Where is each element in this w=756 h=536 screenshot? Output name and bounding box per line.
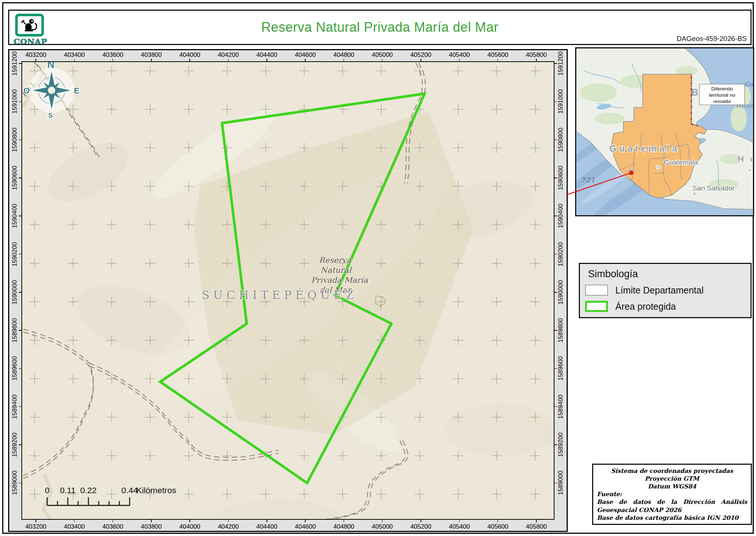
map-drawing: Río L Reserva Natural Privada María del … <box>22 62 554 519</box>
x-axis-bottom: 4032004034004036004038004040004042004044… <box>21 520 554 531</box>
axis-label: 403200 <box>23 51 49 59</box>
axis-label: 1590200 <box>557 241 564 267</box>
svg-text:resuelto: resuelto <box>713 99 731 104</box>
territorial-note-box: Diferendo territorial no resuelto <box>700 84 745 105</box>
axis-label: 404000 <box>177 51 203 59</box>
capital-city-label: Guatemala <box>664 158 698 166</box>
axis-label: 1590400 <box>557 203 564 229</box>
san-salvador-label: San Salvador <box>693 184 735 192</box>
axis-label: 1590000 <box>11 279 18 305</box>
fuente-label: Fuente: <box>597 490 747 498</box>
document-code: DAGeos-459-2026-BS <box>677 35 747 43</box>
axis-label: 1589000 <box>11 470 18 496</box>
axis-label: 1590400 <box>11 203 18 229</box>
compass-south-label: S <box>48 112 53 120</box>
axis-label: 1589800 <box>557 317 564 343</box>
axis-label: 1590600 <box>557 165 564 191</box>
belize-label-fragment: B <box>691 87 698 98</box>
projection-line: Proyección GTM <box>597 475 747 482</box>
datum-line: Datum WGS84 <box>597 482 747 490</box>
map-document-page: CONAP Reserva Natural Privada María del … <box>0 0 756 536</box>
svg-text:0.22: 0.22 <box>80 485 97 495</box>
scale-bar: 0 0.11 0.22 0.44 Kilómetros <box>45 485 176 505</box>
conap-logo-text: CONAP <box>14 37 45 46</box>
axis-label: 1589000 <box>557 470 564 496</box>
axis-label: 404600 <box>292 51 318 59</box>
main-map-frame: 1591200159100015908001590600159040015902… <box>8 49 568 532</box>
axis-label: 1591000 <box>557 89 564 114</box>
svg-text:Diferendo: Diferendo <box>711 86 733 92</box>
legend-item-label: Límite Departamental <box>615 285 704 296</box>
axis-label: 404400 <box>254 523 280 530</box>
axis-label: 405600 <box>485 51 511 59</box>
axis-label: 404400 <box>254 51 280 59</box>
map-canvas: Río L Reserva Natural Privada María del … <box>21 61 554 520</box>
axis-label: 403800 <box>138 51 164 59</box>
san-salvador-dot <box>693 192 696 196</box>
compass-north-label: N <box>47 62 54 70</box>
axis-label: 404000 <box>177 523 203 530</box>
legend-box: Simbología Límite Departamental Área pro… <box>579 263 752 318</box>
axis-label: 1590800 <box>557 127 564 153</box>
compass-west-label: O <box>23 86 30 95</box>
axis-label: 403400 <box>61 51 87 59</box>
axis-label: 1589200 <box>557 432 564 458</box>
protected-area-swatch <box>585 301 608 312</box>
axis-label: 1590000 <box>557 279 564 305</box>
departmental-boundary-swatch <box>585 285 608 296</box>
axis-label: 1590600 <box>11 165 18 191</box>
axis-label: 403600 <box>100 51 126 59</box>
gulf-label: Gu <box>745 81 753 87</box>
y-axis-left: 1591200159100015908001590600159040015902… <box>9 50 21 531</box>
axis-label: 1589600 <box>11 355 18 381</box>
axis-label: 1591000 <box>11 89 18 114</box>
legend-item-departmental: Límite Departamental <box>585 285 704 296</box>
axis-label: 404600 <box>292 523 318 530</box>
legend-title: Simbología <box>588 268 638 280</box>
axis-label: 404800 <box>331 523 357 530</box>
axis-label: 1590200 <box>11 241 18 267</box>
svg-text:Reserva: Reserva <box>319 255 351 265</box>
legend-item-label: Área protegida <box>615 301 676 312</box>
legend-item-protected: Área protegida <box>585 301 676 312</box>
axis-label: 405600 <box>485 523 511 530</box>
axis-label: 405400 <box>446 523 472 530</box>
axis-label: 1589400 <box>11 394 18 420</box>
x-axis-top: 4032004034004036004038004040004042004044… <box>21 50 554 61</box>
svg-text:0: 0 <box>45 485 49 495</box>
svg-text:0.11: 0.11 <box>60 485 76 495</box>
axis-label: 1589200 <box>11 432 18 458</box>
axis-label: 405000 <box>370 51 395 59</box>
inset-drawing: B Gu Hond Guatemala Guatemala San Salvad… <box>576 48 753 215</box>
department-label: SUCHITEPÉQUEZ <box>202 288 357 302</box>
axis-label: 1590800 <box>11 127 18 153</box>
axis-label: 403400 <box>61 523 87 530</box>
axis-label: 405800 <box>523 51 549 59</box>
svg-text:Natural: Natural <box>320 265 352 275</box>
axis-label: 403800 <box>138 523 164 530</box>
axis-label: 405800 <box>523 523 549 530</box>
source-line-1: Base de datos de la Dirección Análisis G… <box>597 498 747 513</box>
capital-city-dot <box>656 165 660 169</box>
axis-label: 404800 <box>331 51 357 59</box>
svg-text:Kilómetros: Kilómetros <box>136 485 176 495</box>
axis-label: 1591200 <box>11 51 18 76</box>
axis-label: 1589800 <box>11 317 18 343</box>
axis-label: 1591200 <box>557 51 564 76</box>
svg-text:0.44: 0.44 <box>121 485 138 495</box>
header-bar: CONAP Reserva Natural Privada María del … <box>8 10 752 45</box>
depth-label: 721 <box>581 176 596 183</box>
axis-label: 405200 <box>408 523 434 530</box>
page-title: Reserva Natural Privada María del Mar <box>9 20 750 35</box>
city-dot-east <box>748 169 752 172</box>
axis-label: 404200 <box>216 523 241 530</box>
axis-label: 403200 <box>23 523 49 530</box>
honduras-label-fragment: H o <box>738 154 753 164</box>
axis-label: 405400 <box>446 51 472 59</box>
compass-east-label: E <box>74 86 79 95</box>
crs-line: Sistema de coordenadas proyectadas <box>597 467 747 475</box>
svg-text:Privada María: Privada María <box>311 275 368 285</box>
y-axis-right: 1591200159100015908001590600159040015902… <box>554 50 567 531</box>
svg-text:territorial no: territorial no <box>709 92 735 98</box>
source-line-2: Base de datos cartografía básica IGN 201… <box>597 514 747 522</box>
